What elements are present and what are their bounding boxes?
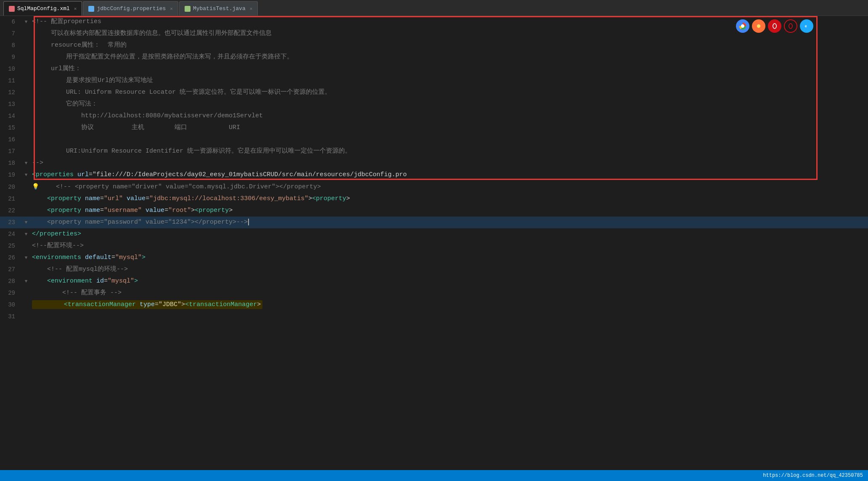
- table-row: 21 <property name="url" value="jdbc:mysq…: [0, 193, 868, 205]
- table-row: 13 它的写法：: [0, 98, 868, 110]
- table-row: 29 <!-- 配置事务 -->: [0, 287, 868, 299]
- chrome-icon: [736, 19, 749, 33]
- line-content: <!--配置环境-->: [30, 240, 868, 252]
- table-row: 26 ▼ <environments default="mysql">: [0, 252, 868, 264]
- table-row: 14 http://localhost:8080/mybatisserver/d…: [0, 110, 868, 122]
- line-number: 17: [0, 145, 22, 157]
- line-content: url属性：: [30, 63, 868, 75]
- line-content: 💡 <!-- <property name="driver" value="co…: [30, 181, 868, 193]
- line-number: 31: [0, 311, 22, 322]
- ie-icon: e: [800, 19, 813, 33]
- svg-point-3: [757, 24, 760, 28]
- tab-jdbcconfig[interactable]: jdbcConfig.properties ✕: [83, 1, 178, 16]
- table-row: 8 resource属性： 常用的: [0, 40, 868, 51]
- line-number: 25: [0, 240, 22, 252]
- xml-icon: [9, 6, 15, 12]
- line-content: 用于指定配置文件的位置，是按照类路径的写法来写，并且必须存在于类路径下。: [30, 51, 868, 63]
- line-content: 它的写法：: [30, 98, 868, 110]
- line-content: URL: Uniform Resource Locator 统一资源定位符。它是…: [30, 87, 868, 98]
- line-number: 9: [0, 51, 22, 63]
- line-number: 27: [0, 264, 22, 275]
- fold-icon[interactable]: ▼: [22, 157, 30, 169]
- line-content: -->: [30, 157, 868, 169]
- line-content: http://localhost:8080/mybatisserver/demo…: [30, 110, 868, 122]
- line-content: <property name="username" value="root"><…: [30, 205, 868, 217]
- line-number: 22: [0, 205, 22, 217]
- table-row: 19 ▼ <properties url="file:///D:/IdeaPro…: [0, 169, 868, 181]
- table-row: 16: [0, 134, 868, 145]
- line-content: <!-- 配置mysql的环境-->: [30, 264, 868, 275]
- code-editor[interactable]: e 6 ▼ <!-- 配置properties 7 可以在标签内部配置连接数据库…: [0, 16, 868, 322]
- line-content: <properties url="file:///D:/IdeaProjects…: [30, 169, 868, 181]
- tab-label-sqlmap: SqlMapConfig.xml: [17, 5, 70, 12]
- svg-text:e: e: [805, 24, 807, 29]
- line-number: 21: [0, 193, 22, 205]
- line-content: <!-- 配置事务 -->: [30, 287, 868, 299]
- line-number: 13: [0, 98, 22, 110]
- tab-close-mybatis[interactable]: ✕: [250, 6, 253, 11]
- line-content: </properties>: [30, 228, 868, 240]
- fold-icon[interactable]: ▼: [22, 16, 30, 28]
- line-number: 12: [0, 87, 22, 98]
- fold-icon[interactable]: ▼: [22, 252, 30, 264]
- tab-mybatistest[interactable]: MybatisTest.java ✕: [179, 1, 258, 16]
- text-cursor: [248, 219, 249, 225]
- table-row: 9 用于指定配置文件的位置，是按照类路径的写法来写，并且必须存在于类路径下。: [0, 51, 868, 63]
- tab-bar: SqlMapConfig.xml ✕ jdbcConfig.properties…: [0, 0, 868, 16]
- line-number: 18: [0, 157, 22, 169]
- table-row: 11 是要求按照Url的写法来写地址: [0, 75, 868, 87]
- table-row: 30 <transactionManager type="JDBC"><tran…: [0, 299, 868, 311]
- line-content: <property name="password" value="1234"><…: [30, 217, 868, 228]
- line-content: 是要求按照Url的写法来写地址: [30, 75, 868, 87]
- line-content: <transactionManager type="JDBC"><transac…: [30, 299, 868, 311]
- table-row: 10 url属性：: [0, 63, 868, 75]
- table-row: 27 <!-- 配置mysql的环境-->: [0, 264, 868, 275]
- status-bar: https://blog.csdn.net/qq_42350785: [0, 470, 868, 481]
- svg-point-1: [741, 24, 744, 28]
- line-number: 10: [0, 63, 22, 75]
- fold-icon[interactable]: ▼: [22, 217, 30, 228]
- table-row: 24 ▼ </properties>: [0, 228, 868, 240]
- line-number: 20: [0, 181, 22, 193]
- tab-label-mybatis: MybatisTest.java: [193, 5, 246, 12]
- tab-sqlmapconfig[interactable]: SqlMapConfig.xml ✕: [3, 1, 82, 16]
- table-row: 23 ▼ <property name="password" value="12…: [0, 217, 868, 228]
- prop-icon: [88, 6, 94, 12]
- java-icon: [185, 6, 191, 12]
- line-content: 协议 主机 端口 URI: [30, 122, 868, 134]
- line-number: 15: [0, 122, 22, 134]
- fold-icon[interactable]: ▼: [22, 169, 30, 181]
- tab-close-sqlmap[interactable]: ✕: [74, 6, 77, 11]
- line-number: 7: [0, 28, 22, 40]
- table-row: 12 URL: Uniform Resource Locator 统一资源定位符…: [0, 87, 868, 98]
- line-number: 28: [0, 275, 22, 287]
- status-url: https://blog.csdn.net/qq_42350785: [763, 473, 863, 478]
- table-row: 20 💡 <!-- <property name="driver" value=…: [0, 181, 868, 193]
- tab-label-jdbc: jdbcConfig.properties: [97, 5, 166, 12]
- line-number: 19: [0, 169, 22, 181]
- line-number: 14: [0, 110, 22, 122]
- table-row: 28 ▼ <environment id="mysql">: [0, 275, 868, 287]
- line-number: 11: [0, 75, 22, 87]
- tab-close-jdbc[interactable]: ✕: [170, 6, 173, 11]
- line-number: 23: [0, 217, 22, 228]
- table-row: 22 <property name="username" value="root…: [0, 205, 868, 217]
- fold-icon[interactable]: ▼: [22, 228, 30, 240]
- line-content: resource属性： 常用的: [30, 40, 868, 51]
- warn-icon: 💡: [32, 183, 39, 190]
- line-content: URI:Uniform Resource Identifier 统一资源标识符。…: [30, 145, 868, 157]
- opera-dark-icon: [784, 19, 797, 33]
- line-number: 26: [0, 252, 22, 264]
- fold-icon[interactable]: ▼: [22, 275, 30, 287]
- line-number: 30: [0, 299, 22, 311]
- browser-icons-group: e: [736, 19, 813, 33]
- line-content: <environment id="mysql">: [30, 275, 868, 287]
- line-content: <environments default="mysql">: [30, 252, 868, 264]
- table-row: 18 ▼ -->: [0, 157, 868, 169]
- opera-red-icon: [768, 19, 781, 33]
- table-row: 15 协议 主机 端口 URI: [0, 122, 868, 134]
- line-number: 6: [0, 16, 22, 28]
- table-row: 17 URI:Uniform Resource Identifier 统一资源标…: [0, 145, 868, 157]
- code-lines: 6 ▼ <!-- 配置properties 7 可以在标签内部配置连接数据库的信…: [0, 16, 868, 322]
- line-number: 24: [0, 228, 22, 240]
